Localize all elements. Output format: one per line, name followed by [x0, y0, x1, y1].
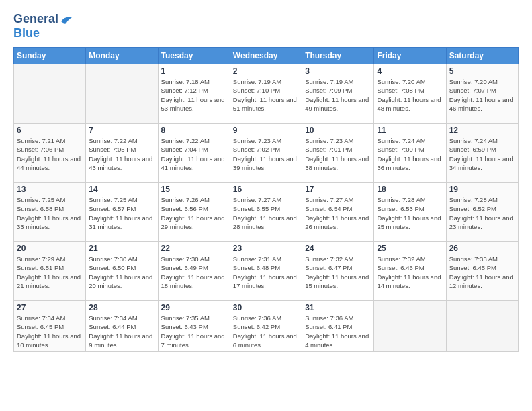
day-info: Sunrise: 7:27 AM Sunset: 6:55 PM Dayligh…	[233, 195, 299, 231]
calendar-cell: 18Sunrise: 7:28 AM Sunset: 6:53 PM Dayli…	[374, 183, 446, 242]
day-header-monday: Monday	[86, 48, 158, 64]
day-info: Sunrise: 7:35 AM Sunset: 6:43 PM Dayligh…	[161, 314, 227, 349]
day-header-thursday: Thursday	[302, 48, 374, 64]
day-number: 16	[233, 185, 299, 194]
calendar-cell: 29Sunrise: 7:35 AM Sunset: 6:43 PM Dayli…	[158, 301, 230, 352]
week-row-3: 13Sunrise: 7:25 AM Sunset: 6:58 PM Dayli…	[14, 183, 519, 242]
calendar-cell: 8Sunrise: 7:22 AM Sunset: 7:04 PM Daylig…	[158, 124, 230, 183]
day-info: Sunrise: 7:32 AM Sunset: 6:47 PM Dayligh…	[305, 255, 371, 290]
calendar-cell: 2Sunrise: 7:19 AM Sunset: 7:10 PM Daylig…	[230, 64, 302, 124]
calendar-cell: 9Sunrise: 7:23 AM Sunset: 7:02 PM Daylig…	[230, 124, 302, 183]
header: General Blue	[13, 12, 519, 40]
day-number: 1	[161, 66, 227, 76]
day-info: Sunrise: 7:31 AM Sunset: 6:48 PM Dayligh…	[233, 255, 299, 290]
day-info: Sunrise: 7:25 AM Sunset: 6:57 PM Dayligh…	[89, 195, 154, 231]
day-info: Sunrise: 7:36 AM Sunset: 6:42 PM Dayligh…	[233, 314, 299, 349]
calendar-cell: 13Sunrise: 7:25 AM Sunset: 6:58 PM Dayli…	[14, 183, 86, 242]
day-number: 7	[89, 126, 154, 135]
calendar-cell: 6Sunrise: 7:21 AM Sunset: 7:06 PM Daylig…	[14, 124, 86, 183]
header-row: SundayMondayTuesdayWednesdayThursdayFrid…	[14, 48, 519, 64]
week-row-1: 1Sunrise: 7:18 AM Sunset: 7:12 PM Daylig…	[14, 64, 519, 124]
calendar-cell: 4Sunrise: 7:20 AM Sunset: 7:08 PM Daylig…	[374, 64, 446, 124]
day-info: Sunrise: 7:23 AM Sunset: 7:01 PM Dayligh…	[305, 136, 371, 172]
day-number: 15	[161, 185, 227, 194]
calendar-cell: 14Sunrise: 7:25 AM Sunset: 6:57 PM Dayli…	[86, 183, 158, 242]
day-number: 18	[377, 185, 443, 194]
day-number: 2	[233, 66, 299, 76]
calendar-cell: 25Sunrise: 7:32 AM Sunset: 6:46 PM Dayli…	[374, 242, 446, 301]
calendar-cell: 26Sunrise: 7:33 AM Sunset: 6:45 PM Dayli…	[446, 242, 518, 301]
calendar-cell: 11Sunrise: 7:24 AM Sunset: 7:00 PM Dayli…	[374, 124, 446, 183]
calendar-cell: 1Sunrise: 7:18 AM Sunset: 7:12 PM Daylig…	[158, 64, 230, 124]
day-info: Sunrise: 7:21 AM Sunset: 7:06 PM Dayligh…	[17, 136, 83, 172]
day-info: Sunrise: 7:25 AM Sunset: 6:58 PM Dayligh…	[17, 195, 83, 231]
calendar-cell: 10Sunrise: 7:23 AM Sunset: 7:01 PM Dayli…	[302, 124, 374, 183]
calendar-cell: 27Sunrise: 7:34 AM Sunset: 6:45 PM Dayli…	[14, 301, 86, 352]
calendar-cell: 21Sunrise: 7:30 AM Sunset: 6:50 PM Dayli…	[86, 242, 158, 301]
week-row-2: 6Sunrise: 7:21 AM Sunset: 7:06 PM Daylig…	[14, 124, 519, 183]
day-info: Sunrise: 7:24 AM Sunset: 7:00 PM Dayligh…	[377, 136, 443, 172]
day-number: 24	[305, 244, 371, 253]
day-info: Sunrise: 7:19 AM Sunset: 7:09 PM Dayligh…	[305, 77, 371, 113]
day-number: 31	[305, 303, 371, 312]
day-number: 13	[17, 185, 83, 194]
day-number: 30	[233, 303, 299, 312]
calendar-cell	[374, 301, 446, 352]
day-info: Sunrise: 7:28 AM Sunset: 6:53 PM Dayligh…	[377, 195, 443, 231]
calendar-cell: 7Sunrise: 7:22 AM Sunset: 7:05 PM Daylig…	[86, 124, 158, 183]
day-info: Sunrise: 7:30 AM Sunset: 6:49 PM Dayligh…	[161, 255, 227, 290]
day-number: 6	[17, 126, 83, 135]
day-number: 14	[89, 185, 154, 194]
day-number: 8	[161, 126, 227, 135]
day-info: Sunrise: 7:34 AM Sunset: 6:44 PM Dayligh…	[89, 314, 154, 349]
day-info: Sunrise: 7:27 AM Sunset: 6:54 PM Dayligh…	[305, 195, 371, 231]
calendar-cell	[446, 301, 518, 352]
day-number: 4	[377, 66, 443, 76]
calendar-cell	[86, 64, 158, 124]
calendar-cell	[14, 64, 86, 124]
calendar-table: SundayMondayTuesdayWednesdayThursdayFrid…	[13, 47, 519, 352]
day-info: Sunrise: 7:18 AM Sunset: 7:12 PM Dayligh…	[161, 77, 227, 113]
day-number: 21	[89, 244, 154, 253]
day-info: Sunrise: 7:36 AM Sunset: 6:41 PM Dayligh…	[305, 314, 371, 349]
logo-blue: Blue	[13, 26, 40, 40]
day-info: Sunrise: 7:20 AM Sunset: 7:07 PM Dayligh…	[449, 77, 515, 113]
calendar-cell: 20Sunrise: 7:29 AM Sunset: 6:51 PM Dayli…	[14, 242, 86, 301]
day-number: 10	[305, 126, 371, 135]
day-number: 25	[377, 244, 443, 253]
calendar-cell: 28Sunrise: 7:34 AM Sunset: 6:44 PM Dayli…	[86, 301, 158, 352]
calendar-cell: 31Sunrise: 7:36 AM Sunset: 6:41 PM Dayli…	[302, 301, 374, 352]
day-number: 23	[233, 244, 299, 253]
day-number: 9	[233, 126, 299, 135]
day-info: Sunrise: 7:19 AM Sunset: 7:10 PM Dayligh…	[233, 77, 299, 113]
calendar-cell: 16Sunrise: 7:27 AM Sunset: 6:55 PM Dayli…	[230, 183, 302, 242]
day-header-saturday: Saturday	[446, 48, 518, 64]
calendar-cell: 22Sunrise: 7:30 AM Sunset: 6:49 PM Dayli…	[158, 242, 230, 301]
day-info: Sunrise: 7:26 AM Sunset: 6:56 PM Dayligh…	[161, 195, 227, 231]
logo: General Blue	[13, 12, 73, 40]
day-info: Sunrise: 7:30 AM Sunset: 6:50 PM Dayligh…	[89, 255, 154, 290]
calendar-cell: 30Sunrise: 7:36 AM Sunset: 6:42 PM Dayli…	[230, 301, 302, 352]
day-info: Sunrise: 7:20 AM Sunset: 7:08 PM Dayligh…	[377, 77, 443, 113]
day-number: 28	[89, 303, 154, 312]
calendar-cell: 19Sunrise: 7:28 AM Sunset: 6:52 PM Dayli…	[446, 183, 518, 242]
calendar-cell: 17Sunrise: 7:27 AM Sunset: 6:54 PM Dayli…	[302, 183, 374, 242]
day-number: 17	[305, 185, 371, 194]
day-info: Sunrise: 7:28 AM Sunset: 6:52 PM Dayligh…	[449, 195, 515, 231]
day-info: Sunrise: 7:32 AM Sunset: 6:46 PM Dayligh…	[377, 255, 443, 290]
logo-bird-icon	[60, 15, 73, 24]
week-row-4: 20Sunrise: 7:29 AM Sunset: 6:51 PM Dayli…	[14, 242, 519, 301]
day-info: Sunrise: 7:22 AM Sunset: 7:05 PM Dayligh…	[89, 136, 154, 172]
day-number: 20	[17, 244, 83, 253]
day-header-tuesday: Tuesday	[158, 48, 230, 64]
calendar-cell: 24Sunrise: 7:32 AM Sunset: 6:47 PM Dayli…	[302, 242, 374, 301]
day-header-wednesday: Wednesday	[230, 48, 302, 64]
day-header-friday: Friday	[374, 48, 446, 64]
calendar-cell: 12Sunrise: 7:24 AM Sunset: 6:59 PM Dayli…	[446, 124, 518, 183]
day-info: Sunrise: 7:29 AM Sunset: 6:51 PM Dayligh…	[17, 255, 83, 290]
page: General Blue SundayMondayTuesdayWednesda…	[0, 0, 532, 411]
day-header-sunday: Sunday	[14, 48, 86, 64]
calendar-cell: 23Sunrise: 7:31 AM Sunset: 6:48 PM Dayli…	[230, 242, 302, 301]
day-number: 26	[449, 244, 515, 253]
day-number: 29	[161, 303, 227, 312]
